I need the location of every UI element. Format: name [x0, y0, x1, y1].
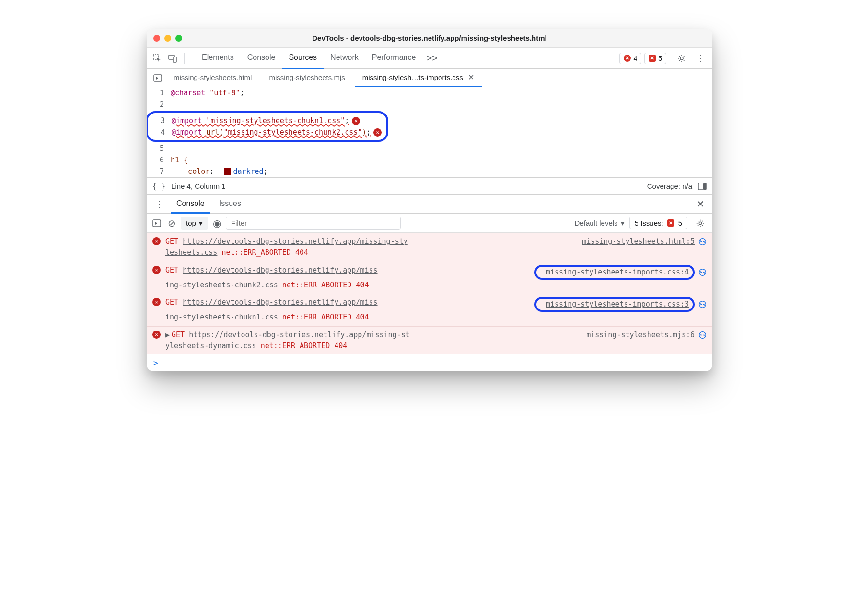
error-icon: ✕ [152, 331, 161, 339]
svg-point-8 [699, 222, 701, 224]
issues-button[interactable]: 5 Issues:✕5 [629, 217, 687, 229]
svg-rect-2 [173, 57, 176, 62]
sidebar-toggle-icon[interactable] [698, 182, 707, 191]
url-link[interactable]: https://devtools-dbg-stories.netlify.app… [183, 237, 408, 246]
reload-icon[interactable] [698, 238, 707, 246]
console-messages: ✕ GET https://devtools-dbg-stories.netli… [147, 233, 712, 354]
file-tabs: missing-stylesheets.html missing-stylesh… [147, 69, 712, 87]
message-body: ▶GET https://devtools-dbg-stories.netlif… [165, 330, 707, 352]
settings-icon[interactable] [673, 54, 690, 63]
svg-point-10 [699, 269, 706, 275]
window-title: DevTools - devtools-dbg-stories.netlify.… [192, 34, 667, 42]
error-icon: ✕ [152, 266, 161, 274]
issue-count: 5 [658, 55, 662, 62]
url-link[interactable]: lesheets.css [165, 248, 217, 257]
console-error-row: ✕ GET https://devtools-dbg-stories.netli… [147, 233, 712, 262]
console-sidebar-icon[interactable] [151, 217, 163, 229]
message-body: GET https://devtools-dbg-stories.netlify… [165, 265, 707, 291]
chevron-down-icon: ▾ [199, 219, 203, 228]
traffic-lights [153, 35, 192, 42]
maximize-icon[interactable] [175, 35, 182, 42]
navigator-icon[interactable] [151, 72, 164, 84]
console-error-row: ✕ ▶GET https://devtools-dbg-stories.netl… [147, 326, 712, 355]
chevron-down-icon: ▾ [621, 219, 625, 228]
svg-point-12 [699, 331, 706, 338]
svg-point-3 [680, 57, 683, 60]
filetab-mjs[interactable]: missing-stylesheets.mjs [261, 69, 352, 87]
console-error-row: ✕ GET https://devtools-dbg-stories.netli… [147, 262, 712, 294]
close-tab-icon[interactable]: ✕ [468, 73, 474, 82]
error-marker-icon[interactable]: ✕ [373, 128, 382, 137]
svg-point-9 [699, 239, 706, 245]
main-toolbar: Elements Console Sources Network Perform… [147, 48, 712, 69]
console-filter-input[interactable] [226, 217, 401, 230]
drawer-kebab-icon[interactable]: ⋮ [151, 199, 168, 209]
reload-icon[interactable] [698, 300, 707, 308]
tab-sources[interactable]: Sources [282, 48, 324, 69]
filetab-css[interactable]: missing-stylesh…ts-imports.css✕ [355, 69, 482, 87]
console-toolbar: ⊘ top ▾ ◉ Default levels ▾ 5 Issues:✕5 [147, 214, 712, 233]
url-link[interactable]: https://devtools-dbg-stories.netlify.app… [183, 266, 377, 274]
source-editor[interactable]: 1@charset "utf-8"; 2 3@import "missing-s… [147, 87, 712, 177]
format-icon[interactable]: { } [152, 182, 165, 191]
filetab-html[interactable]: missing-stylesheets.html [166, 69, 259, 87]
minimize-icon[interactable] [164, 35, 171, 42]
error-count: 4 [633, 55, 637, 62]
svg-rect-6 [703, 183, 706, 190]
context-selector[interactable]: top ▾ [181, 217, 208, 230]
status-badges: ✕4 ✕5 [619, 53, 666, 64]
url-link[interactable]: https://devtools-dbg-stories.netlify.app… [183, 298, 377, 307]
reload-icon[interactable] [698, 331, 707, 339]
more-tabs-icon[interactable]: >> [422, 53, 441, 64]
tab-console[interactable]: Console [241, 48, 282, 69]
coverage-status: Coverage: n/a [647, 182, 692, 190]
panel-tabs: Elements Console Sources Network Perform… [195, 48, 613, 69]
error-marker-icon[interactable]: ✕ [352, 117, 360, 125]
inspect-icon[interactable] [151, 52, 164, 65]
drawer-tab-issues[interactable]: Issues [213, 194, 247, 214]
devtools-window: DevTools - devtools-dbg-stories.netlify.… [147, 29, 712, 371]
source-link-highlighted[interactable]: missing-stylesheets-imports.css:4 [534, 265, 695, 280]
issue-badge[interactable]: ✕5 [644, 53, 666, 64]
cursor-position: Line 4, Column 1 [171, 182, 225, 190]
console-settings-icon[interactable] [692, 219, 708, 228]
url-link[interactable]: ing-stylesheets-chunk2.css [165, 281, 278, 289]
message-body: GET https://devtools-dbg-stories.netlify… [165, 297, 707, 323]
source-link-highlighted[interactable]: missing-stylesheets-imports.css:3 [534, 297, 695, 312]
error-highlight: 3@import "missing-stylesheets-chukn1.css… [147, 111, 388, 142]
url-link[interactable]: ing-stylesheets-chukn1.css [165, 313, 278, 321]
error-icon: ✕ [152, 237, 161, 245]
close-icon[interactable] [153, 35, 160, 42]
editor-statusbar: { } Line 4, Column 1 Coverage: n/a [147, 177, 712, 194]
device-icon[interactable] [166, 52, 179, 65]
kebab-icon[interactable]: ⋮ [692, 53, 708, 64]
drawer-close-icon[interactable]: ✕ [694, 198, 708, 210]
drawer-tab-console[interactable]: Console [171, 194, 210, 214]
svg-point-11 [699, 301, 706, 308]
message-body: GET https://devtools-dbg-stories.netlify… [165, 236, 707, 259]
console-prompt[interactable]: > [147, 354, 712, 371]
reload-icon[interactable] [698, 268, 707, 276]
url-link[interactable]: ylesheets-dynamic.css [165, 342, 256, 350]
tab-network[interactable]: Network [324, 48, 365, 69]
source-link[interactable]: missing-stylesheets.mjs:6 [586, 330, 695, 341]
error-badge[interactable]: ✕4 [619, 53, 641, 64]
log-levels-selector[interactable]: Default levels ▾ [575, 219, 625, 228]
drawer-tabs: ⋮ Console Issues ✕ [147, 194, 712, 214]
titlebar: DevTools - devtools-dbg-stories.netlify.… [147, 29, 712, 48]
error-icon: ✕ [152, 298, 161, 306]
clear-console-icon[interactable]: ⊘ [168, 217, 176, 229]
console-error-row: ✕ GET https://devtools-dbg-stories.netli… [147, 294, 712, 326]
tab-performance[interactable]: Performance [365, 48, 423, 69]
url-link[interactable]: https://devtools-dbg-stories.netlify.app… [189, 331, 410, 339]
source-link[interactable]: missing-stylesheets.html:5 [582, 236, 695, 247]
color-swatch-icon[interactable] [224, 168, 231, 175]
live-expression-icon[interactable]: ◉ [213, 217, 221, 229]
expand-icon[interactable]: ▶ [165, 330, 170, 341]
tab-elements[interactable]: Elements [195, 48, 241, 69]
